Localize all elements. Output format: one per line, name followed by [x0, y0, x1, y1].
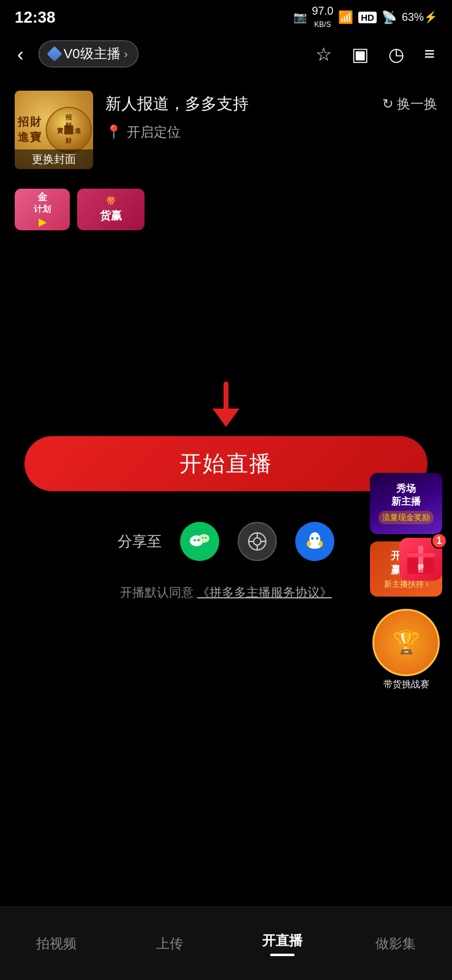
svg-text:寶: 寶: [57, 127, 63, 134]
tags-banners-section: 金 计划 ▶ 带 货赢 秀场新主播 流量现金奖励 开直播赢流量: [0, 179, 452, 363]
status-icons: 📷 97.0KB/S 📶 HD 📡 63%⚡: [293, 5, 437, 30]
tab-upload-label: 上传: [156, 935, 183, 953]
status-time: 12:38: [15, 8, 56, 27]
agreement-link[interactable]: 《拼多多主播服务协议》: [197, 586, 332, 599]
start-live-button[interactable]: 开始直播: [24, 436, 428, 491]
svg-text:財: 財: [66, 137, 73, 144]
profile-info: 新人报道，多多支持 ↻ 换一换 📍 开启定位: [105, 91, 437, 141]
tag-goods-win[interactable]: 带 货赢: [77, 189, 145, 230]
tab-active-indicator: [270, 954, 295, 956]
signal-icon: 📡: [382, 10, 397, 24]
floating-gift[interactable]: 拼 1: [399, 538, 442, 581]
nav-bar: ‹ V0级主播 › ☆ ▣ ◷ ≡: [0, 32, 452, 76]
location-label: 开启定位: [127, 123, 181, 141]
change-button[interactable]: ↻ 换一换: [382, 95, 437, 113]
svg-point-23: [316, 537, 318, 540]
avatar-container[interactable]: 招 財 寶 進 財 更换封面: [15, 91, 93, 169]
banner-new-anchor[interactable]: 秀场新主播 流量现金奖励: [370, 473, 442, 534]
tags-section: 金 计划 ▶ 带 货赢: [0, 179, 452, 240]
svg-text:招: 招: [66, 114, 72, 121]
tag-gold-plan[interactable]: 金 计划 ▶: [15, 189, 70, 230]
change-label: 换一换: [397, 95, 437, 113]
refresh-icon: ↻: [382, 96, 393, 112]
tab-shoot-video-label: 拍视频: [36, 935, 77, 953]
speed-text: 97.0KB/S: [312, 5, 333, 30]
wechat-share-button[interactable]: [180, 522, 219, 561]
qq-share-button[interactable]: [295, 522, 334, 561]
trophy-icon: 🏆: [393, 630, 420, 655]
svg-text:進: 進: [75, 127, 81, 134]
gift-badge: 1: [431, 533, 447, 549]
profile-location[interactable]: 📍 开启定位: [105, 123, 437, 141]
right-banners: 秀场新主播 流量现金奖励 开直播赢流量 新主播扶持 › 🏆 带货挑战赛: [370, 473, 442, 690]
svg-point-10: [198, 534, 209, 543]
challenge-label: 带货挑战赛: [383, 679, 429, 690]
bottom-tab-bar: 拍视频 上传 开直播 做影集: [0, 907, 452, 980]
level-text: V0级主播: [64, 45, 121, 63]
tab-make-album-label: 做影集: [375, 935, 416, 953]
aperture-icon: [246, 530, 268, 552]
banner-new-anchor-title: 秀场新主播: [391, 483, 421, 508]
screen-icon[interactable]: ▣: [347, 41, 374, 67]
tab-live-label: 开直播: [262, 932, 303, 950]
tab-shoot-video[interactable]: 拍视频: [0, 935, 113, 953]
menu-icon[interactable]: ≡: [419, 41, 440, 67]
tab-make-album[interactable]: 做影集: [339, 935, 453, 953]
svg-point-13: [202, 537, 204, 539]
profile-title-row: 新人报道，多多支持 ↻ 换一换: [105, 93, 437, 115]
svg-point-12: [197, 539, 200, 541]
svg-marker-8: [213, 409, 239, 427]
svg-rect-30: [407, 553, 434, 557]
avatar-label[interactable]: 更换封面: [15, 149, 93, 169]
svg-text:財: 財: [66, 122, 73, 129]
diamond-icon: [47, 46, 62, 61]
star-icon[interactable]: ☆: [311, 41, 337, 67]
svg-point-25: [307, 541, 311, 547]
banner-new-anchor-subtitle: 流量现金奖励: [379, 511, 434, 524]
tab-upload[interactable]: 上传: [113, 935, 227, 953]
wechat-icon: [188, 530, 211, 553]
share-label: 分享至: [118, 532, 162, 551]
tab-live[interactable]: 开直播: [226, 932, 339, 956]
svg-text:拼: 拼: [417, 564, 424, 570]
agreement-text: 开播默认同意: [120, 586, 194, 599]
location-icon: 📍: [105, 124, 122, 140]
content-spacer: [0, 240, 452, 363]
camera-icon: 📷: [293, 10, 307, 24]
camera-share-button[interactable]: [238, 522, 277, 561]
qq-icon: [304, 530, 326, 552]
profile-section: 招 財 寶 進 財 更换封面 新人报道，多多支持 ↻ 换一换 📍 开启定位: [0, 76, 452, 179]
level-badge[interactable]: V0级主播 ›: [39, 40, 138, 67]
wifi-icon: 📶: [338, 10, 353, 24]
back-button[interactable]: ‹: [12, 40, 29, 68]
arrow-container: [0, 381, 452, 430]
battery-text: 63%⚡: [402, 10, 437, 24]
chevron-right-icon: ›: [124, 48, 128, 61]
arrow-down-svg: [208, 381, 244, 430]
svg-point-11: [194, 539, 196, 541]
svg-point-14: [205, 537, 207, 539]
svg-point-22: [311, 537, 314, 540]
status-bar: 12:38 📷 97.0KB/S 📶 HD 📡 63%⚡: [0, 0, 452, 32]
main-content: ‹ V0级主播 › ☆ ▣ ◷ ≡: [0, 32, 452, 691]
svg-point-26: [319, 541, 323, 547]
profile-title: 新人报道，多多支持: [105, 93, 249, 115]
svg-point-24: [309, 544, 321, 549]
history-icon[interactable]: ◷: [383, 41, 409, 67]
banner-challenge-container[interactable]: 🏆 带货挑战赛: [370, 609, 442, 690]
svg-point-16: [254, 538, 261, 545]
banner-challenge[interactable]: 🏆: [372, 609, 440, 676]
hd-badge: HD: [358, 12, 377, 23]
svg-point-21: [309, 532, 320, 546]
